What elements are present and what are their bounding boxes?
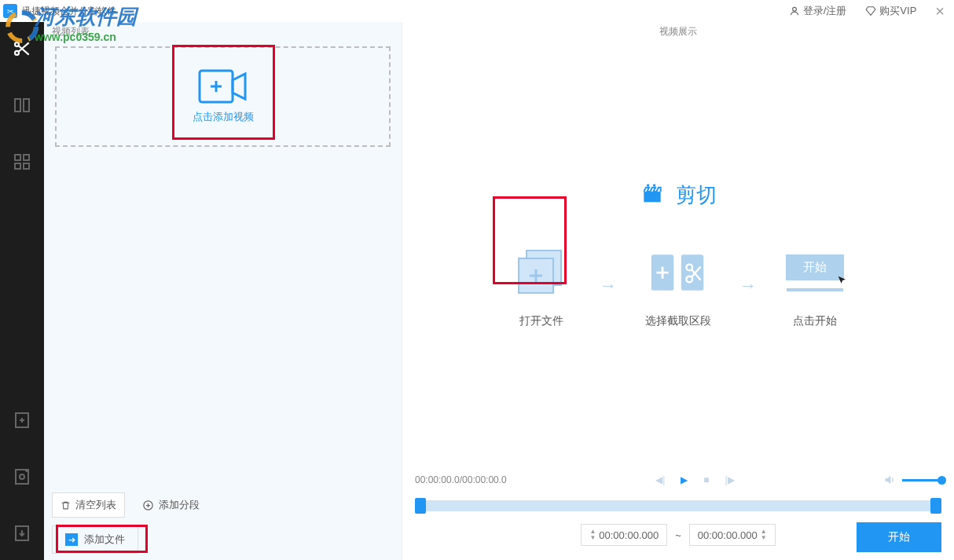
sidebar-item-cut[interactable] (11, 38, 33, 60)
svg-point-0 (792, 7, 796, 11)
file-plus-icon (13, 411, 31, 430)
play-button[interactable]: ▶ (681, 474, 688, 485)
volume-icon (883, 474, 896, 486)
grid-icon (13, 152, 31, 171)
app-icon: ✂ (3, 4, 17, 18)
svg-rect-3 (15, 99, 20, 112)
time-end-input[interactable]: 00:00:00.000 ▲▼ (689, 524, 776, 546)
svg-rect-4 (24, 99, 29, 112)
sidebar-item-grid[interactable] (11, 151, 33, 173)
titlebar-right: 登录/注册 购买VIP × (789, 2, 945, 20)
sidebar-item-settings[interactable] (11, 466, 33, 488)
range-handle-right[interactable] (930, 498, 941, 514)
stop-button[interactable]: ■ (703, 474, 709, 485)
time-start-input[interactable]: ▲▼ 00:00:00.000 (581, 524, 667, 546)
svg-rect-8 (24, 163, 29, 169)
cut-title: 剪切 (640, 181, 717, 209)
svg-point-15 (647, 184, 649, 186)
file-download-icon (13, 524, 31, 543)
clapperboard-icon (640, 182, 665, 207)
vip-button[interactable]: 购买VIP (865, 4, 916, 18)
titlebar-left: ✂ 迅捷视频合并分割软件 (3, 4, 116, 18)
preview-area: 剪切 打开文件 → (402, 42, 954, 467)
open-files-icon (512, 244, 571, 302)
svg-rect-6 (24, 155, 29, 160)
svg-point-16 (653, 184, 655, 186)
diamond-icon (865, 5, 876, 16)
preview-header: 视频展示 (402, 22, 954, 42)
select-range-icon (648, 249, 708, 298)
cursor-icon (836, 274, 849, 287)
add-file-icon: ➜ (65, 533, 78, 546)
main: 视频列表 点击添加视频 清空列表 添加分段 (0, 22, 954, 560)
next-button[interactable]: |▶ (725, 474, 735, 485)
trash-icon (61, 500, 71, 511)
drop-area[interactable]: 点击添加视频 (55, 46, 391, 147)
svg-rect-20 (681, 254, 704, 291)
right-panel: 视频展示 剪切 打开文件 → (402, 22, 954, 560)
range-handle-left[interactable] (415, 498, 426, 514)
spinner-icon[interactable]: ▲▼ (589, 529, 596, 541)
step-open-file[interactable]: 打开文件 (512, 243, 571, 328)
svg-point-1 (15, 42, 19, 46)
user-icon (789, 5, 800, 16)
svg-point-11 (20, 474, 24, 479)
video-list-header: 视频列表 (44, 22, 402, 42)
prev-button[interactable]: ◀| (655, 474, 665, 485)
range-slider[interactable] (415, 500, 941, 511)
svg-point-2 (15, 51, 19, 55)
left-bottom-bar: 清空列表 添加分段 ➜ 添加文件 (44, 488, 402, 560)
start-button[interactable]: 开始 (857, 522, 941, 552)
plus-circle-icon (142, 500, 154, 511)
add-segment-button[interactable]: 添加分段 (134, 492, 207, 518)
drop-text: 点击添加视频 (193, 110, 254, 124)
step3-label: 点击开始 (793, 314, 837, 328)
arrow-icon: → (739, 276, 757, 296)
close-button[interactable]: × (935, 2, 945, 20)
left-panel: 视频列表 点击添加视频 清空列表 添加分段 (44, 22, 402, 560)
volume-control[interactable] (883, 474, 941, 486)
spinner-icon[interactable]: ▲▼ (761, 529, 767, 541)
time-display: 00:00:00.0/00:00:00.0 (415, 474, 507, 485)
sidebar (0, 22, 44, 560)
columns-icon (13, 96, 31, 115)
svg-rect-7 (15, 163, 20, 169)
file-gear-icon (13, 467, 31, 486)
volume-slider[interactable] (902, 479, 941, 481)
step2-label: 选择截取区段 (645, 314, 711, 328)
sidebar-item-download[interactable] (11, 522, 33, 544)
sidebar-item-merge[interactable] (11, 94, 33, 116)
clear-list-button[interactable]: 清空列表 (52, 492, 125, 518)
add-file-button[interactable]: ➜ 添加文件 (52, 525, 138, 554)
sidebar-item-add[interactable] (11, 409, 33, 431)
scissors-icon (12, 38, 32, 59)
start-mock-btn: 开始 (786, 254, 844, 280)
play-controls: 00:00:00.0/00:00:00.0 ◀| ▶ ■ |▶ (402, 467, 954, 489)
titlebar: ✂ 迅捷视频合并分割软件 登录/注册 购买VIP × (0, 0, 954, 22)
svg-rect-5 (15, 155, 20, 160)
step1-label: 打开文件 (519, 314, 563, 328)
steps-row: 打开文件 → 选择截取区段 (512, 243, 845, 328)
arrow-icon: → (600, 276, 617, 296)
step-select-range: 选择截取区段 (645, 243, 711, 328)
step-click-start: 开始 点击开始 (785, 243, 845, 328)
login-button[interactable]: 登录/注册 (789, 4, 847, 18)
playback-buttons: ◀| ▶ ■ |▶ (655, 474, 735, 485)
time-separator: ~ (675, 529, 681, 541)
app-title: 迅捷视频合并分割软件 (22, 5, 116, 18)
add-video-icon (198, 69, 248, 104)
